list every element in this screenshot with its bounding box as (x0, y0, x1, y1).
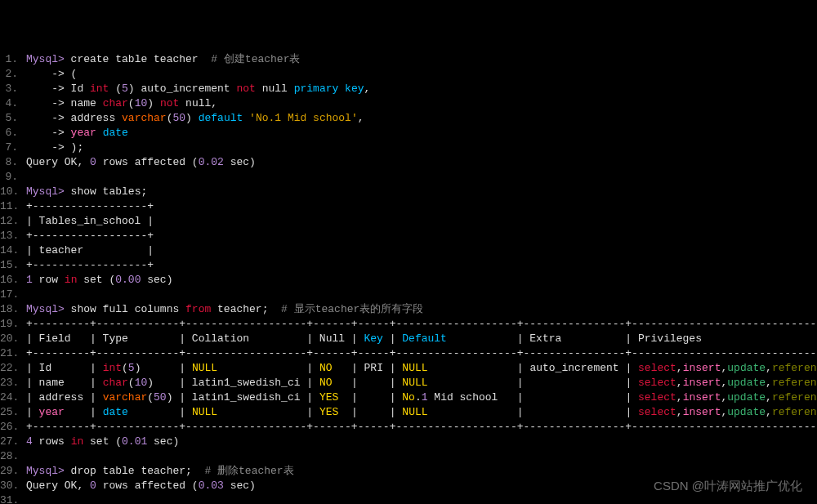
code-content: +------------------+ (26, 258, 817, 273)
code-line: 11.+------------------+ (0, 199, 817, 214)
code-content: | teacher | (26, 243, 817, 258)
code-line: 31. (0, 493, 817, 504)
code-content (26, 288, 817, 302)
code-line: 25.| year | date | NULL | YES | | NULL |… (0, 405, 817, 420)
line-number: 16. (0, 273, 26, 288)
code-content: -> ); (26, 140, 817, 155)
line-number: 28. (0, 449, 26, 464)
code-content: | year | date | NULL | YES | | NULL | | … (26, 405, 817, 420)
code-line: 13.+------------------+ (0, 229, 817, 243)
code-content: +------------------+ (26, 199, 817, 214)
line-number: 13. (0, 229, 26, 243)
code-line: 21.+---------+-------------+------------… (0, 346, 817, 361)
line-number: 18. (0, 302, 26, 317)
line-number: 7. (0, 140, 26, 155)
line-number: 23. (0, 376, 26, 390)
line-number: 12. (0, 214, 26, 229)
code-line: 8.Query OK, 0 rows affected (0.02 sec) (0, 155, 817, 170)
watermark: CSDN @叶涛网站推广优化 (654, 479, 802, 494)
code-content: -> name char(10) not null, (26, 96, 817, 111)
line-number: 17. (0, 288, 26, 302)
code-content: +---------+-------------+---------------… (26, 420, 817, 435)
code-line: 4. -> name char(10) not null, (0, 96, 817, 111)
line-number: 8. (0, 155, 26, 170)
code-line: 10.Mysql> show tables; (0, 185, 817, 199)
line-number: 10. (0, 185, 26, 199)
code-line: 22.| Id | int(5) | NULL | NO | PRI | NUL… (0, 361, 817, 376)
code-line: 24.| address | varchar(50) | latin1_swed… (0, 390, 817, 405)
line-number: 29. (0, 464, 26, 479)
code-content: | name | char(10) | latin1_swedish_ci | … (26, 376, 817, 390)
code-line: 18.Mysql> show full columns from teacher… (0, 302, 817, 317)
line-number: 31. (0, 493, 26, 504)
line-number: 26. (0, 420, 26, 435)
code-line: 1.Mysql> create table teacher # 创建teache… (0, 52, 817, 67)
line-number: 5. (0, 111, 26, 126)
code-line: 28. (0, 449, 817, 464)
code-line: 15.+------------------+ (0, 258, 817, 273)
code-content: Mysql> drop table teacher; # 删除teacher表 (26, 464, 817, 479)
code-content: | Id | int(5) | NULL | NO | PRI | NULL |… (26, 361, 817, 376)
code-line: 23.| name | char(10) | latin1_swedish_ci… (0, 376, 817, 390)
code-line: 7. -> ); (0, 140, 817, 155)
code-line: 12.| Tables_in_school | (0, 214, 817, 229)
code-content: +---------+-------------+---------------… (26, 317, 817, 332)
code-content: +------------------+ (26, 229, 817, 243)
code-content: -> ( (26, 67, 817, 82)
code-line: 2. -> ( (0, 67, 817, 82)
code-content: 1 row in set (0.00 sec) (26, 273, 817, 288)
code-line: 16.1 row in set (0.00 sec) (0, 273, 817, 288)
line-number: 22. (0, 361, 26, 376)
code-content: 4 rows in set (0.01 sec) (26, 435, 817, 449)
line-number: 20. (0, 332, 26, 346)
code-content: Mysql> show tables; (26, 185, 817, 199)
code-content: | Field | Type | Collation | Null | Key … (26, 332, 817, 346)
line-number: 6. (0, 126, 26, 140)
code-line: 3. -> Id int (5) auto_increment not null… (0, 82, 817, 96)
line-number: 2. (0, 67, 26, 82)
line-number: 11. (0, 199, 26, 214)
terminal-output: 1.Mysql> create table teacher # 创建teache… (0, 52, 817, 504)
code-content: +---------+-------------+---------------… (26, 346, 817, 361)
line-number: 25. (0, 405, 26, 420)
code-line: 9. (0, 170, 817, 185)
code-line: 14.| teacher | (0, 243, 817, 258)
code-content (26, 493, 817, 504)
code-line: 29.Mysql> drop table teacher; # 删除teache… (0, 464, 817, 479)
line-number: 24. (0, 390, 26, 405)
line-number: 1. (0, 52, 26, 67)
code-line: 26.+---------+-------------+------------… (0, 420, 817, 435)
line-number: 21. (0, 346, 26, 361)
code-content: Mysql> show full columns from teacher; #… (26, 302, 817, 317)
code-line: 5. -> address varchar(50) default 'No.1 … (0, 111, 817, 126)
code-line: 27.4 rows in set (0.01 sec) (0, 435, 817, 449)
code-content: -> address varchar(50) default 'No.1 Mid… (26, 111, 817, 126)
code-content: | address | varchar(50) | latin1_swedish… (26, 390, 817, 405)
line-number: 9. (0, 170, 26, 185)
code-content: -> year date (26, 126, 817, 140)
code-line: 6. -> year date (0, 126, 817, 140)
code-content: -> Id int (5) auto_increment not null pr… (26, 82, 817, 96)
code-line: 17. (0, 288, 817, 302)
code-content (26, 449, 817, 464)
line-number: 14. (0, 243, 26, 258)
line-number: 27. (0, 435, 26, 449)
line-number: 15. (0, 258, 26, 273)
line-number: 19. (0, 317, 26, 332)
code-line: 20.| Field | Type | Collation | Null | K… (0, 332, 817, 346)
code-line: 19.+---------+-------------+------------… (0, 317, 817, 332)
code-content: Mysql> create table teacher # 创建teacher表 (26, 52, 817, 67)
code-content: | Tables_in_school | (26, 214, 817, 229)
line-number: 4. (0, 96, 26, 111)
line-number: 3. (0, 82, 26, 96)
line-number: 30. (0, 479, 26, 493)
code-content: Query OK, 0 rows affected (0.02 sec) (26, 155, 817, 170)
code-content (26, 170, 817, 185)
